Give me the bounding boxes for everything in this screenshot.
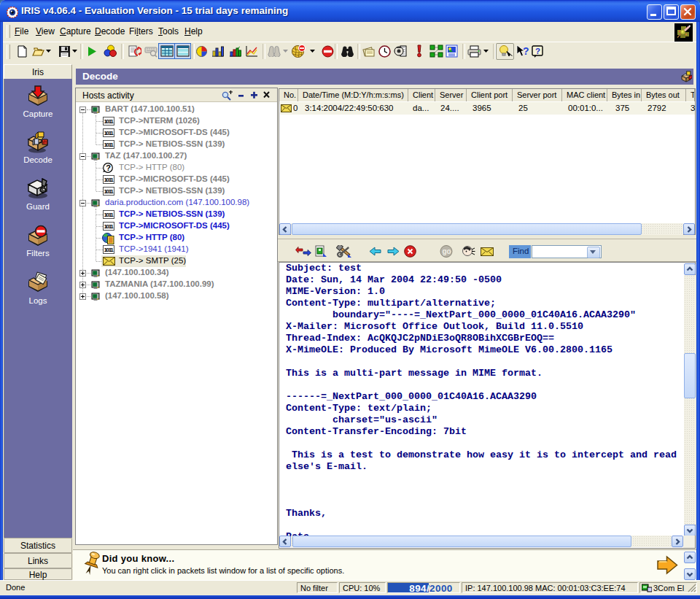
svg-text:1011: 1011 bbox=[104, 118, 114, 125]
svg-text:?: ? bbox=[535, 47, 540, 55]
svg-text:?: ? bbox=[523, 45, 529, 57]
svg-text:1011: 1011 bbox=[104, 223, 114, 230]
svg-text:1011: 1011 bbox=[104, 130, 114, 136]
svg-text:1011: 1011 bbox=[104, 177, 114, 183]
svg-text:1011: 1011 bbox=[104, 212, 114, 218]
svg-text:1011: 1011 bbox=[104, 247, 114, 253]
svg-text:1011: 1011 bbox=[104, 142, 114, 148]
svg-text:1011: 1011 bbox=[104, 188, 114, 195]
svg-text:?: ? bbox=[106, 163, 111, 172]
svg-text:go: go bbox=[443, 247, 451, 255]
